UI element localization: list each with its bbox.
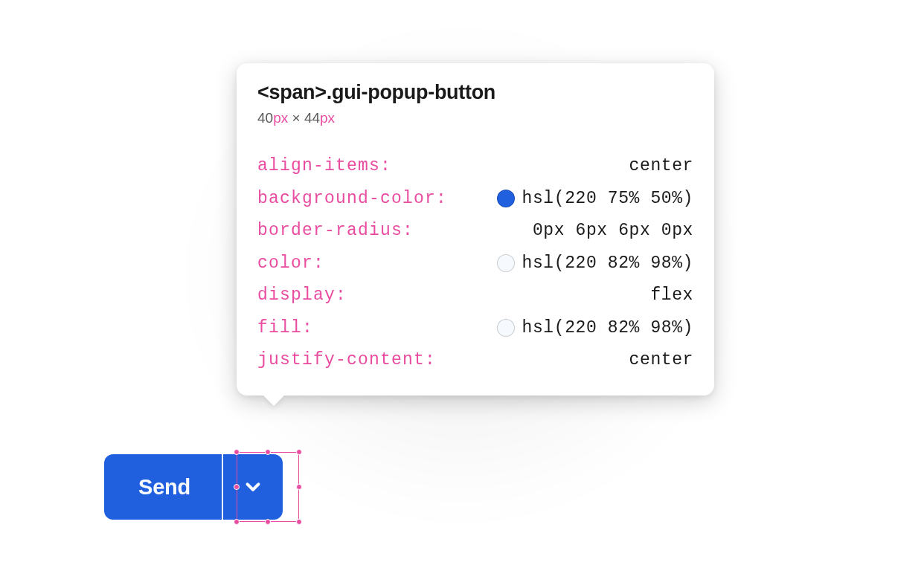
css-prop-row: border-radius: 0px 6px 6px 0px	[257, 215, 693, 247]
prop-value-text: hsl(220 82% 98%)	[522, 255, 693, 272]
css-prop-row: background-color: hsl(220 75% 50%)	[257, 182, 693, 215]
prop-value: 0px 6px 6px 0px	[533, 222, 693, 239]
prop-value-text: center	[629, 352, 693, 369]
css-properties-list: align-items: center background-color: hs…	[257, 150, 693, 376]
send-button-label: Send	[138, 475, 190, 500]
prop-name: justify-content:	[257, 352, 436, 369]
css-prop-row: align-items: center	[257, 150, 693, 182]
split-button-group: Send	[104, 454, 283, 520]
prop-value: hsl(220 82% 98%)	[497, 319, 693, 337]
resize-handle[interactable]	[296, 484, 302, 490]
dim-height: 44	[304, 110, 320, 126]
css-prop-row: display: flex	[257, 280, 693, 311]
resize-handle[interactable]	[296, 449, 302, 455]
prop-name: border-radius:	[257, 222, 414, 239]
dim-width-unit: px	[273, 110, 288, 126]
prop-name: align-items:	[257, 158, 391, 175]
send-button[interactable]: Send	[104, 454, 222, 520]
prop-value-text: flex	[650, 287, 693, 304]
css-prop-row: justify-content: center	[257, 344, 693, 376]
prop-value: center	[629, 158, 693, 175]
element-dimensions: 40px × 44px	[257, 110, 693, 126]
prop-name: display:	[257, 287, 347, 304]
color-swatch	[497, 254, 515, 272]
dim-width: 40	[257, 110, 273, 126]
prop-value-text: hsl(220 82% 98%)	[522, 320, 693, 337]
dim-separator: ×	[288, 110, 304, 126]
gui-popup-button[interactable]	[223, 454, 283, 520]
prop-name: background-color:	[257, 190, 447, 207]
prop-value: center	[629, 352, 693, 369]
color-swatch	[497, 190, 515, 207]
prop-value: flex	[650, 287, 693, 304]
prop-value-text: 0px 6px 6px 0px	[533, 222, 693, 239]
prop-name: fill:	[257, 320, 313, 337]
element-selector: <span>.gui-popup-button	[257, 81, 693, 104]
resize-handle[interactable]	[234, 519, 240, 525]
prop-value-text: hsl(220 75% 50%)	[522, 190, 693, 207]
prop-value: hsl(220 82% 98%)	[497, 254, 693, 272]
css-prop-row: fill: hsl(220 82% 98%)	[257, 311, 693, 344]
dim-height-unit: px	[320, 110, 335, 126]
prop-name: color:	[257, 255, 324, 272]
prop-value-text: center	[629, 158, 693, 175]
chevron-down-icon	[242, 476, 264, 498]
resize-handle[interactable]	[296, 519, 302, 525]
resize-handle[interactable]	[265, 519, 271, 525]
devtools-styles-tooltip: <span>.gui-popup-button 40px × 44px alig…	[237, 63, 714, 396]
css-prop-row: color: hsl(220 82% 98%)	[257, 247, 693, 280]
color-swatch	[497, 319, 515, 337]
prop-value: hsl(220 75% 50%)	[497, 190, 693, 207]
